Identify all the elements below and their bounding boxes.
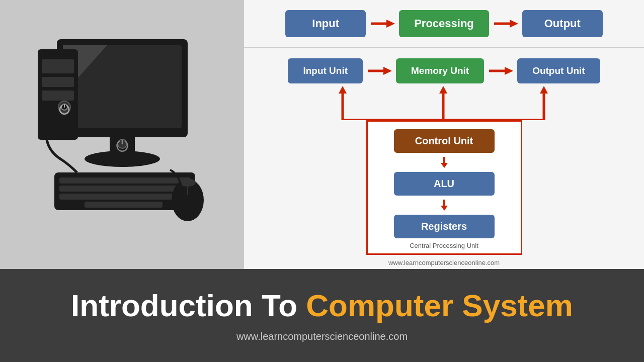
main-content: Input Processing Output xyxy=(0,0,644,362)
registers-box: Registers xyxy=(394,215,495,238)
cpu-arrow-2 xyxy=(439,200,449,211)
alu-box: ALU xyxy=(394,172,495,196)
input-box: Input xyxy=(285,10,366,37)
top-diagram-row: Input Processing Output xyxy=(244,0,644,48)
svg-rect-16 xyxy=(85,202,163,208)
svg-rect-13 xyxy=(59,177,190,184)
top-section: Input Processing Output xyxy=(0,0,644,269)
cpu-boxes: Control Unit ALU xyxy=(378,129,511,238)
second-diagram: Input Unit Memory Unit Output Unit xyxy=(259,58,629,266)
arrow-2 xyxy=(493,18,518,30)
svg-marker-31 xyxy=(439,86,447,94)
page-title: Introduction To Computer System xyxy=(71,289,573,323)
control-unit-box: Control Unit xyxy=(394,129,495,153)
bottom-section: Introduction To Computer System www.lear… xyxy=(0,269,644,362)
svg-marker-29 xyxy=(339,86,347,94)
svg-rect-7 xyxy=(42,59,74,73)
svg-rect-9 xyxy=(42,90,74,101)
top-flow-container: Input Processing Output xyxy=(285,10,603,37)
svg-rect-8 xyxy=(42,77,74,87)
bottom-diagram-row: Input Unit Memory Unit Output Unit xyxy=(244,48,644,272)
svg-marker-38 xyxy=(441,206,448,211)
svg-rect-14 xyxy=(59,186,190,192)
memory-unit-box: Memory Unit xyxy=(396,58,484,83)
title-white: Introduction To xyxy=(71,288,306,323)
diagram-watermark: www.learncomputerscienceonline.com xyxy=(388,259,500,266)
svg-point-19 xyxy=(180,178,196,187)
svg-marker-27 xyxy=(505,67,513,75)
cpu-border: Control Unit ALU xyxy=(366,120,522,255)
unit-flow: Input Unit Memory Unit Output Unit xyxy=(259,58,629,83)
connector-svg xyxy=(288,86,600,120)
footer-subtitle: www.learncomputerscienceonline.com xyxy=(236,331,408,342)
computer-illustration xyxy=(27,34,218,235)
cpu-arrow-1 xyxy=(439,157,449,168)
svg-marker-21 xyxy=(386,20,395,28)
left-panel xyxy=(0,0,244,269)
svg-point-4 xyxy=(85,151,160,167)
arrow-3 xyxy=(367,65,392,77)
output-unit-box: Output Unit xyxy=(517,58,600,83)
right-panel: Input Processing Output xyxy=(244,0,644,269)
svg-rect-15 xyxy=(59,194,190,200)
processing-box: Processing xyxy=(399,10,489,37)
arrow-1 xyxy=(370,18,395,30)
cpu-label: Central Processing Unit xyxy=(410,242,478,249)
svg-marker-25 xyxy=(383,67,392,75)
arrow-4 xyxy=(488,65,513,77)
output-box: Output xyxy=(522,10,603,37)
input-unit-box: Input Unit xyxy=(288,58,363,83)
svg-marker-33 xyxy=(540,86,548,94)
title-yellow: Computer System xyxy=(306,288,573,323)
svg-marker-23 xyxy=(510,20,518,28)
svg-marker-36 xyxy=(441,163,448,168)
